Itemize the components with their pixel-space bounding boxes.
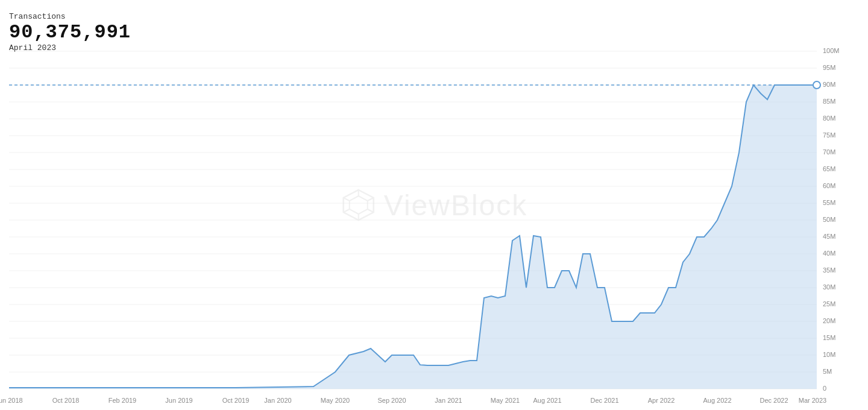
x-label-sep2020: Sep 2020 xyxy=(377,397,406,404)
y-label-85m: 85M xyxy=(823,98,835,105)
chart-endpoint-dot xyxy=(813,81,820,89)
x-label-aug2022: Aug 2022 xyxy=(703,397,731,404)
y-label-75m: 75M xyxy=(823,131,835,139)
y-label-35m: 35M xyxy=(823,266,835,274)
x-label-oct2019: Oct 2019 xyxy=(222,397,250,404)
y-label-10m: 10M xyxy=(823,351,835,358)
y-label-0: 0 xyxy=(823,385,826,392)
x-label-jun2019: Jun 2019 xyxy=(165,397,192,404)
x-label-dec2022: Dec 2022 xyxy=(760,397,788,404)
y-label-55m: 55M xyxy=(823,199,835,206)
x-label-oct2018: Oct 2018 xyxy=(52,397,80,404)
y-label-80m: 80M xyxy=(823,115,835,122)
y-label-90m: 90M xyxy=(823,81,835,88)
y-label-30m: 30M xyxy=(823,283,835,291)
x-label-mar2023: Mar 2023 xyxy=(799,397,826,404)
y-label-15m: 15M xyxy=(823,334,835,341)
y-label-5m: 5M xyxy=(823,368,832,375)
x-label-dec2021: Dec 2021 xyxy=(590,397,618,404)
y-label-100m: 100M xyxy=(823,47,840,54)
y-label-40m: 40M xyxy=(823,250,835,257)
x-label-apr2022: Apr 2022 xyxy=(648,397,675,404)
transactions-chart: 0 5M 10M 15M 20M 25M 30M 35M 40M 45M 50M… xyxy=(0,0,868,410)
y-label-60m: 60M xyxy=(823,182,835,189)
x-label-jan2021: Jan 2021 xyxy=(435,397,462,404)
y-label-70m: 70M xyxy=(823,148,835,156)
x-label-may2021: May 2021 xyxy=(491,397,520,404)
y-label-50m: 50M xyxy=(823,216,835,223)
y-label-25m: 25M xyxy=(823,300,835,308)
y-label-20m: 20M xyxy=(823,317,835,324)
y-label-95m: 95M xyxy=(823,64,835,71)
x-label-feb2019: Feb 2019 xyxy=(108,397,136,404)
x-label-may2020: May 2020 xyxy=(321,397,350,404)
x-label-jan2020: Jan 2020 xyxy=(264,397,291,404)
x-label-jun2018: Jun 2018 xyxy=(0,397,23,404)
x-label-aug2021: Aug 2021 xyxy=(533,397,561,404)
y-label-45m: 45M xyxy=(823,233,835,240)
y-label-65m: 65M xyxy=(823,165,835,172)
